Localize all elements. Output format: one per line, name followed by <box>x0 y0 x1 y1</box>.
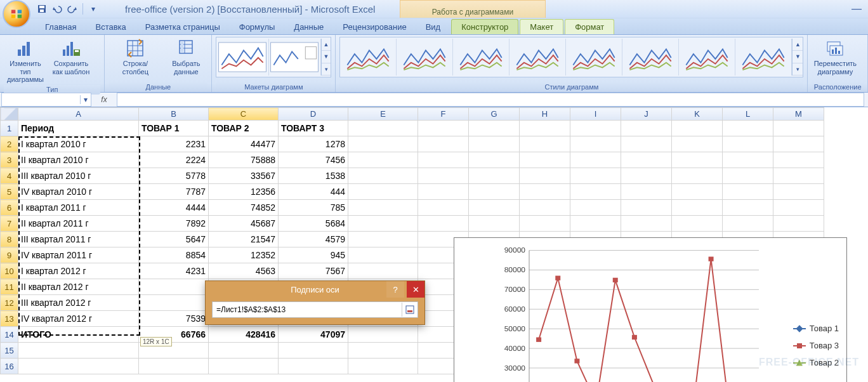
cell[interactable]: 4563 <box>209 263 279 279</box>
cell[interactable]: 7787 <box>139 184 209 200</box>
cell[interactable]: ИТОГО <box>18 327 139 343</box>
cell[interactable] <box>723 184 773 200</box>
row-header[interactable]: 10 <box>1 263 18 279</box>
cell[interactable]: 33567 <box>209 168 279 184</box>
tab-chart-format[interactable]: Формат <box>565 19 614 34</box>
column-header[interactable]: C <box>209 108 279 121</box>
cell[interactable]: 21547 <box>209 232 279 247</box>
cell[interactable] <box>18 359 139 374</box>
cell[interactable] <box>469 136 520 152</box>
row-header[interactable]: 1 <box>1 121 18 136</box>
chart-style-thumb[interactable] <box>566 39 622 76</box>
cell[interactable]: 12352 <box>209 247 279 263</box>
column-header[interactable]: K <box>672 108 723 121</box>
cell[interactable]: 4444 <box>139 200 209 216</box>
cell[interactable] <box>348 343 418 359</box>
select-all-cell[interactable] <box>1 108 18 121</box>
cell[interactable] <box>418 168 469 184</box>
select-data-button[interactable]: Выбрать данные <box>164 37 207 77</box>
cell[interactable]: ТОВАР 1 <box>139 121 209 136</box>
tab-data[interactable]: Данные <box>284 20 333 34</box>
cell[interactable] <box>469 216 520 232</box>
cell[interactable] <box>469 152 520 168</box>
cell[interactable] <box>520 184 570 200</box>
tab-page-layout[interactable]: Разметка страницы <box>136 20 230 34</box>
tab-home[interactable]: Главная <box>36 20 86 34</box>
cell[interactable] <box>348 216 418 232</box>
gallery-scroll-up-icon[interactable]: ▲ <box>322 39 331 51</box>
cell[interactable] <box>672 168 723 184</box>
cell[interactable] <box>418 184 469 200</box>
cell[interactable]: 444 <box>279 184 348 200</box>
cell[interactable] <box>773 136 824 152</box>
cell[interactable]: 428416 <box>209 327 279 343</box>
cell[interactable]: 2231 <box>139 136 209 152</box>
cell[interactable] <box>520 200 570 216</box>
cell[interactable]: IV квартал 2010 г <box>18 184 139 200</box>
cell[interactable] <box>520 136 570 152</box>
column-header[interactable]: D <box>279 108 348 121</box>
cell[interactable] <box>209 359 279 374</box>
column-header[interactable]: J <box>621 108 672 121</box>
cell[interactable] <box>672 216 723 232</box>
tab-view[interactable]: Вид <box>416 20 450 34</box>
gallery-more-icon[interactable]: ▾ <box>322 63 331 76</box>
cell[interactable] <box>621 121 672 136</box>
cell[interactable]: I квартал 2011 г <box>18 200 139 216</box>
name-box-dropdown-icon[interactable]: ▾ <box>80 95 91 104</box>
cell[interactable] <box>570 216 621 232</box>
cell[interactable] <box>723 136 773 152</box>
column-header[interactable]: A <box>18 108 139 121</box>
cell[interactable] <box>418 216 469 232</box>
tab-review[interactable]: Рецензирование <box>333 20 416 34</box>
cell[interactable] <box>520 152 570 168</box>
cell[interactable]: 5684 <box>279 216 348 232</box>
tab-chart-design[interactable]: Конструктор <box>451 19 518 34</box>
chart-style-thumb[interactable] <box>622 39 679 76</box>
row-header[interactable]: 5 <box>1 184 18 200</box>
redo-icon[interactable] <box>66 3 79 15</box>
cell[interactable]: 47097 <box>279 327 348 343</box>
cell[interactable] <box>348 184 418 200</box>
chart-style-thumb[interactable] <box>510 39 566 76</box>
cell[interactable]: 4231 <box>139 263 209 279</box>
column-header[interactable]: M <box>773 108 824 121</box>
cell[interactable] <box>348 136 418 152</box>
formula-input[interactable] <box>117 93 864 107</box>
cell[interactable] <box>139 359 209 374</box>
chart-layout-thumb[interactable] <box>216 39 268 76</box>
cell[interactable]: I квартал 2010 г <box>18 136 139 152</box>
gallery-scroll-up-icon[interactable]: ▲ <box>792 39 803 51</box>
cell[interactable]: III квартал 2010 г <box>18 168 139 184</box>
cell[interactable]: 12356 <box>209 184 279 200</box>
cell[interactable] <box>139 295 209 311</box>
cell[interactable] <box>348 359 418 374</box>
row-header[interactable]: 7 <box>1 216 18 232</box>
cell[interactable] <box>672 121 723 136</box>
cell[interactable]: 44477 <box>209 136 279 152</box>
chart-style-thumb[interactable] <box>679 39 735 76</box>
save-icon[interactable] <box>36 3 48 15</box>
cell[interactable] <box>418 200 469 216</box>
cell[interactable] <box>348 327 418 343</box>
cell[interactable] <box>469 184 520 200</box>
cell[interactable]: 4579 <box>279 232 348 247</box>
cell[interactable] <box>279 359 348 374</box>
undo-icon[interactable] <box>51 3 63 15</box>
cell[interactable]: IV квартал 2012 г <box>18 311 139 327</box>
cell[interactable] <box>672 184 723 200</box>
cell[interactable] <box>570 136 621 152</box>
cell[interactable] <box>348 232 418 247</box>
dialog-close-button[interactable]: ✕ <box>407 281 424 298</box>
chart-styles-gallery[interactable]: ▲▼▾ <box>339 37 803 77</box>
cell[interactable]: 7892 <box>139 216 209 232</box>
column-header[interactable]: I <box>570 108 621 121</box>
cell[interactable] <box>621 200 672 216</box>
row-header[interactable]: 9 <box>1 247 18 263</box>
chart-style-thumb[interactable] <box>453 39 510 76</box>
cell[interactable]: 8854 <box>139 247 209 263</box>
cell[interactable] <box>723 168 773 184</box>
cell[interactable]: II квартал 2011 г <box>18 216 139 232</box>
cell[interactable]: III квартал 2011 г <box>18 232 139 247</box>
cell[interactable] <box>469 121 520 136</box>
